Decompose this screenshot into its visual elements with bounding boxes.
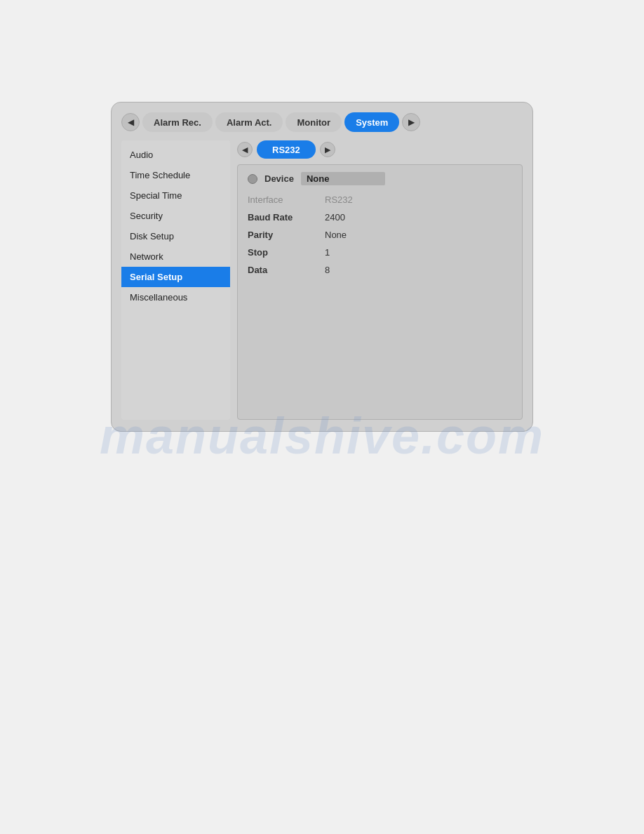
tab-bar: ◀ Alarm Rec. Alarm Act. Monitor System ▶ (121, 112, 523, 132)
sidebar-item-network[interactable]: Network (121, 246, 230, 267)
baud-rate-field-value: 2400 (325, 212, 345, 223)
interface-field-label: Interface (248, 194, 325, 205)
interface-row: Interface RS232 (248, 191, 512, 208)
sidebar-item-time-schedule[interactable]: Time Schedule (121, 165, 230, 185)
device-indicator (248, 174, 257, 184)
main-content: Audio Time Schedule Special Time Securit… (121, 140, 523, 420)
parity-field-value: None (325, 230, 347, 240)
sidebar-item-security[interactable]: Security (121, 206, 230, 226)
sub-tab-bar: ◀ RS232 ▶ (237, 140, 523, 159)
tab-system[interactable]: System (344, 112, 399, 132)
content-panel: Device None Interface RS232 Baud Rate 24… (237, 164, 523, 420)
data-field-label: Data (248, 265, 325, 275)
sidebar-item-disk-setup[interactable]: Disk Setup (121, 226, 230, 246)
device-row: Device None (248, 172, 512, 185)
subtab-prev-arrow[interactable]: ◀ (237, 142, 253, 157)
tab-next-arrow[interactable]: ▶ (402, 113, 420, 131)
parity-field-label: Parity (248, 230, 325, 240)
stop-field-value: 1 (325, 247, 330, 258)
interface-field-value: RS232 (325, 194, 353, 205)
parity-row: Parity None (248, 226, 512, 244)
sidebar-item-serial-setup[interactable]: Serial Setup (121, 267, 230, 287)
subtab-rs232[interactable]: RS232 (257, 140, 316, 159)
tab-alarm-rec[interactable]: Alarm Rec. (142, 112, 213, 132)
tab-prev-arrow[interactable]: ◀ (121, 113, 140, 131)
tab-monitor[interactable]: Monitor (286, 112, 342, 132)
sidebar-item-special-time[interactable]: Special Time (121, 185, 230, 206)
sidebar: Audio Time Schedule Special Time Securit… (121, 140, 230, 420)
subtab-next-arrow[interactable]: ▶ (320, 142, 335, 157)
tab-alarm-act[interactable]: Alarm Act. (215, 112, 283, 132)
stop-row: Stop 1 (248, 244, 512, 261)
sidebar-item-audio[interactable]: Audio (121, 145, 230, 165)
main-panel: ◀ Alarm Rec. Alarm Act. Monitor System ▶… (111, 102, 533, 432)
baud-rate-field-label: Baud Rate (248, 212, 325, 223)
device-field-value[interactable]: None (301, 172, 385, 185)
sidebar-item-miscellaneous[interactable]: Miscellaneous (121, 287, 230, 307)
baud-rate-row: Baud Rate 2400 (248, 208, 512, 226)
stop-field-label: Stop (248, 247, 325, 258)
data-field-value: 8 (325, 265, 330, 275)
data-row: Data 8 (248, 261, 512, 279)
right-panel: ◀ RS232 ▶ Device None Interface RS232 (237, 140, 523, 420)
device-field-label: Device (264, 173, 294, 184)
